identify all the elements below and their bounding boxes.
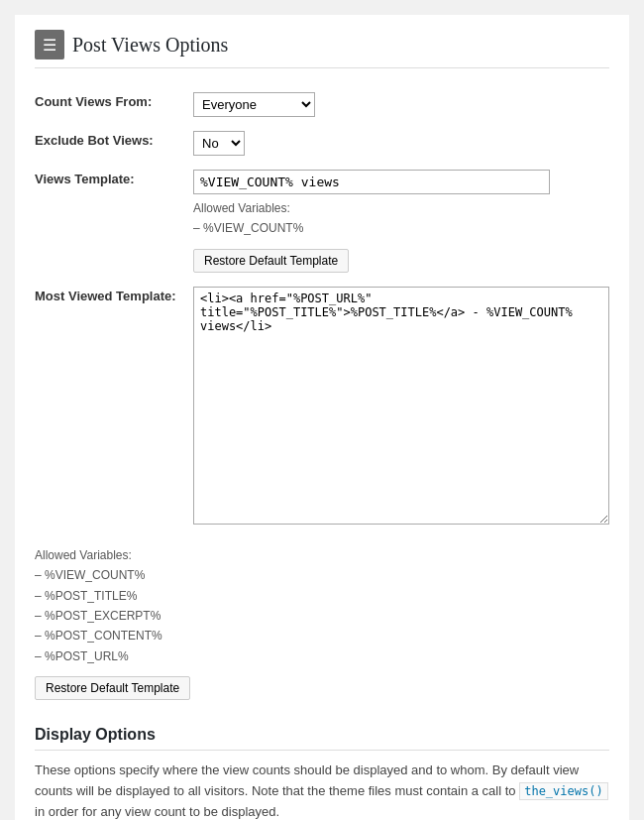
the-views-code: the_views(): [519, 782, 607, 800]
views-template-cell: Allowed Variables: – %VIEW_COUNT% Restor…: [193, 164, 609, 281]
view-count-var: – %VIEW_COUNT%: [193, 221, 303, 235]
most-viewed-vars-label: Allowed Variables:: [35, 548, 132, 562]
restore-most-viewed-template-button[interactable]: Restore Default Template: [35, 676, 190, 700]
most-viewed-template-row: Most Viewed Template: <li><a href="%POST…: [35, 281, 609, 535]
exclude-bot-views-cell: No Yes: [193, 125, 609, 164]
count-views-from-label: Count Views From:: [35, 86, 193, 125]
mv-var-post-excerpt: – %POST_EXCERPT%: [35, 609, 161, 623]
main-settings-table: Count Views From: Everyone Logged in use…: [35, 86, 609, 708]
views-template-label: Views Template:: [35, 164, 193, 281]
most-viewed-allowed-vars: Allowed Variables: – %VIEW_COUNT% – %POS…: [35, 545, 193, 666]
display-options-desc-part1: These options specify where the view cou…: [35, 762, 579, 798]
most-viewed-vars-row: Allowed Variables: – %VIEW_COUNT% – %POS…: [35, 535, 609, 708]
views-template-input[interactable]: [193, 170, 550, 194]
most-viewed-template-textarea[interactable]: <li><a href="%POST_URL%" title="%POST_TI…: [193, 287, 609, 525]
count-views-from-select[interactable]: Everyone Logged in users Guests: [193, 92, 315, 117]
most-viewed-template-cell: <li><a href="%POST_URL%" title="%POST_TI…: [193, 281, 609, 535]
count-views-from-cell: Everyone Logged in users Guests: [193, 86, 609, 125]
most-viewed-vars-left: Allowed Variables: – %VIEW_COUNT% – %POS…: [35, 535, 193, 708]
page-wrap: ☰ Post Views Options Count Views From: E…: [15, 15, 629, 820]
count-views-from-row: Count Views From: Everyone Logged in use…: [35, 86, 609, 125]
exclude-bot-views-select[interactable]: No Yes: [193, 131, 245, 156]
exclude-bot-views-row: Exclude Bot Views: No Yes: [35, 125, 609, 164]
mv-var-post-title: – %POST_TITLE%: [35, 589, 137, 603]
mv-var-view-count: – %VIEW_COUNT%: [35, 568, 145, 582]
mv-var-post-content: – %POST_CONTENT%: [35, 629, 162, 643]
display-options-description: These options specify where the view cou…: [35, 761, 609, 820]
page-title: Post Views Options: [72, 34, 228, 57]
display-options-desc-part2: in order for any view count to be displa…: [35, 804, 279, 819]
page-title-bar: ☰ Post Views Options: [35, 30, 609, 68]
views-template-allowed-vars: Allowed Variables: – %VIEW_COUNT%: [193, 198, 609, 239]
most-viewed-template-label: Most Viewed Template:: [35, 281, 193, 535]
page-icon: ☰: [35, 30, 64, 59]
exclude-bot-views-label: Exclude Bot Views:: [35, 125, 193, 164]
views-template-row: Views Template: Allowed Variables: – %VI…: [35, 164, 609, 281]
display-options-section-title: Display Options: [35, 726, 609, 751]
most-viewed-vars-right: [193, 535, 609, 708]
restore-views-template-button[interactable]: Restore Default Template: [193, 249, 349, 273]
mv-var-post-url: – %POST_URL%: [35, 649, 129, 663]
views-template-vars-label: Allowed Variables:: [193, 201, 290, 215]
